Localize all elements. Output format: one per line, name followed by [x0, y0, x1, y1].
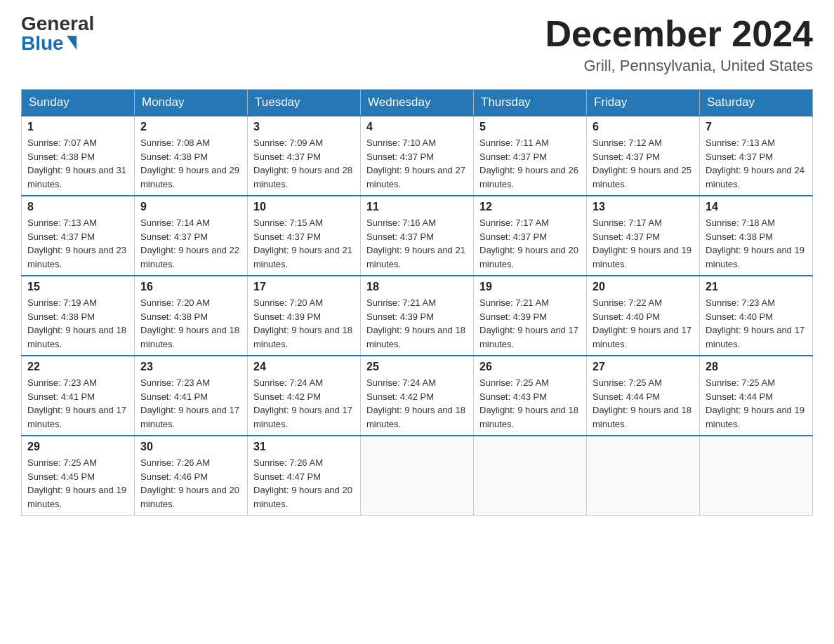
day-number: 25 [366, 361, 468, 373]
table-row: 14 Sunrise: 7:18 AM Sunset: 4:38 PM Dayl… [700, 196, 813, 276]
day-info: Sunrise: 7:16 AM Sunset: 4:37 PM Dayligh… [366, 216, 468, 271]
day-info: Sunrise: 7:13 AM Sunset: 4:37 PM Dayligh… [27, 216, 128, 271]
day-number: 8 [27, 201, 128, 213]
col-saturday: Saturday [700, 90, 813, 116]
day-number: 23 [140, 361, 241, 373]
col-monday: Monday [135, 90, 248, 116]
calendar-table: Sunday Monday Tuesday Wednesday Thursday… [21, 89, 813, 516]
col-sunday: Sunday [22, 90, 135, 116]
table-row: 18 Sunrise: 7:21 AM Sunset: 4:39 PM Dayl… [361, 276, 474, 356]
day-info: Sunrise: 7:07 AM Sunset: 4:38 PM Dayligh… [27, 136, 128, 191]
day-info: Sunrise: 7:23 AM Sunset: 4:41 PM Dayligh… [27, 376, 128, 431]
logo: General Blue [21, 14, 94, 53]
day-info: Sunrise: 7:24 AM Sunset: 4:42 PM Dayligh… [253, 376, 355, 431]
day-info: Sunrise: 7:19 AM Sunset: 4:38 PM Dayligh… [27, 296, 128, 351]
day-number: 2 [140, 121, 241, 133]
table-row: 24 Sunrise: 7:24 AM Sunset: 4:42 PM Dayl… [248, 356, 361, 436]
day-info: Sunrise: 7:25 AM Sunset: 4:44 PM Dayligh… [706, 376, 807, 431]
calendar-week-2: 8 Sunrise: 7:13 AM Sunset: 4:37 PM Dayli… [22, 196, 813, 276]
table-row: 9 Sunrise: 7:14 AM Sunset: 4:37 PM Dayli… [135, 196, 248, 276]
day-number: 28 [706, 361, 807, 373]
table-row: 22 Sunrise: 7:23 AM Sunset: 4:41 PM Dayl… [22, 356, 135, 436]
day-info: Sunrise: 7:09 AM Sunset: 4:37 PM Dayligh… [253, 136, 355, 191]
table-row: 7 Sunrise: 7:13 AM Sunset: 4:37 PM Dayli… [700, 116, 813, 196]
day-number: 22 [27, 361, 128, 373]
day-number: 24 [253, 361, 355, 373]
day-info: Sunrise: 7:15 AM Sunset: 4:37 PM Dayligh… [253, 216, 355, 271]
month-title: December 2024 [545, 14, 813, 54]
col-tuesday: Tuesday [248, 90, 361, 116]
day-number: 13 [593, 201, 694, 213]
day-number: 7 [706, 121, 807, 133]
table-row: 26 Sunrise: 7:25 AM Sunset: 4:43 PM Dayl… [474, 356, 587, 436]
table-row: 16 Sunrise: 7:20 AM Sunset: 4:38 PM Dayl… [135, 276, 248, 356]
table-row: 6 Sunrise: 7:12 AM Sunset: 4:37 PM Dayli… [587, 116, 700, 196]
table-row: 13 Sunrise: 7:17 AM Sunset: 4:37 PM Dayl… [587, 196, 700, 276]
logo-general-text: General [21, 14, 94, 34]
day-info: Sunrise: 7:20 AM Sunset: 4:39 PM Dayligh… [253, 296, 355, 351]
day-number: 29 [27, 441, 128, 453]
day-number: 12 [479, 201, 581, 213]
table-row: 15 Sunrise: 7:19 AM Sunset: 4:38 PM Dayl… [22, 276, 135, 356]
calendar-week-5: 29 Sunrise: 7:25 AM Sunset: 4:45 PM Dayl… [22, 436, 813, 516]
day-info: Sunrise: 7:17 AM Sunset: 4:37 PM Dayligh… [593, 216, 694, 271]
table-row [587, 436, 700, 516]
day-number: 14 [706, 201, 807, 213]
table-row: 10 Sunrise: 7:15 AM Sunset: 4:37 PM Dayl… [248, 196, 361, 276]
table-row: 1 Sunrise: 7:07 AM Sunset: 4:38 PM Dayli… [22, 116, 135, 196]
calendar-week-4: 22 Sunrise: 7:23 AM Sunset: 4:41 PM Dayl… [22, 356, 813, 436]
calendar-header-row: Sunday Monday Tuesday Wednesday Thursday… [22, 90, 813, 116]
day-number: 20 [593, 281, 694, 293]
table-row: 3 Sunrise: 7:09 AM Sunset: 4:37 PM Dayli… [248, 116, 361, 196]
day-number: 3 [253, 121, 355, 133]
day-number: 1 [27, 121, 128, 133]
day-number: 11 [366, 201, 468, 213]
day-info: Sunrise: 7:25 AM Sunset: 4:45 PM Dayligh… [27, 456, 128, 511]
day-info: Sunrise: 7:14 AM Sunset: 4:37 PM Dayligh… [140, 216, 241, 271]
day-number: 15 [27, 281, 128, 293]
table-row: 5 Sunrise: 7:11 AM Sunset: 4:37 PM Dayli… [474, 116, 587, 196]
day-number: 21 [706, 281, 807, 293]
day-info: Sunrise: 7:26 AM Sunset: 4:46 PM Dayligh… [140, 456, 241, 511]
day-info: Sunrise: 7:12 AM Sunset: 4:37 PM Dayligh… [593, 136, 694, 191]
location-title: Grill, Pennsylvania, United States [545, 57, 813, 75]
day-info: Sunrise: 7:25 AM Sunset: 4:44 PM Dayligh… [593, 376, 694, 431]
table-row: 2 Sunrise: 7:08 AM Sunset: 4:38 PM Dayli… [135, 116, 248, 196]
day-number: 26 [479, 361, 581, 373]
calendar-week-3: 15 Sunrise: 7:19 AM Sunset: 4:38 PM Dayl… [22, 276, 813, 356]
day-info: Sunrise: 7:08 AM Sunset: 4:38 PM Dayligh… [140, 136, 241, 191]
day-info: Sunrise: 7:22 AM Sunset: 4:40 PM Dayligh… [593, 296, 694, 351]
table-row [361, 436, 474, 516]
table-row: 28 Sunrise: 7:25 AM Sunset: 4:44 PM Dayl… [700, 356, 813, 436]
day-info: Sunrise: 7:25 AM Sunset: 4:43 PM Dayligh… [479, 376, 581, 431]
col-wednesday: Wednesday [361, 90, 474, 116]
table-row: 30 Sunrise: 7:26 AM Sunset: 4:46 PM Dayl… [135, 436, 248, 516]
table-row: 8 Sunrise: 7:13 AM Sunset: 4:37 PM Dayli… [22, 196, 135, 276]
table-row: 19 Sunrise: 7:21 AM Sunset: 4:39 PM Dayl… [474, 276, 587, 356]
day-info: Sunrise: 7:26 AM Sunset: 4:47 PM Dayligh… [253, 456, 355, 511]
table-row: 11 Sunrise: 7:16 AM Sunset: 4:37 PM Dayl… [361, 196, 474, 276]
day-info: Sunrise: 7:20 AM Sunset: 4:38 PM Dayligh… [140, 296, 241, 351]
day-number: 19 [479, 281, 581, 293]
day-number: 6 [593, 121, 694, 133]
table-row [700, 436, 813, 516]
day-info: Sunrise: 7:11 AM Sunset: 4:37 PM Dayligh… [479, 136, 581, 191]
table-row: 4 Sunrise: 7:10 AM Sunset: 4:37 PM Dayli… [361, 116, 474, 196]
day-info: Sunrise: 7:17 AM Sunset: 4:37 PM Dayligh… [479, 216, 581, 271]
day-number: 10 [253, 201, 355, 213]
day-info: Sunrise: 7:24 AM Sunset: 4:42 PM Dayligh… [366, 376, 468, 431]
table-row: 27 Sunrise: 7:25 AM Sunset: 4:44 PM Dayl… [587, 356, 700, 436]
table-row: 12 Sunrise: 7:17 AM Sunset: 4:37 PM Dayl… [474, 196, 587, 276]
day-info: Sunrise: 7:23 AM Sunset: 4:40 PM Dayligh… [706, 296, 807, 351]
table-row: 17 Sunrise: 7:20 AM Sunset: 4:39 PM Dayl… [248, 276, 361, 356]
col-thursday: Thursday [474, 90, 587, 116]
day-number: 18 [366, 281, 468, 293]
day-info: Sunrise: 7:18 AM Sunset: 4:38 PM Dayligh… [706, 216, 807, 271]
table-row: 29 Sunrise: 7:25 AM Sunset: 4:45 PM Dayl… [22, 436, 135, 516]
col-friday: Friday [587, 90, 700, 116]
day-number: 30 [140, 441, 241, 453]
logo-blue-text: Blue [21, 34, 64, 53]
table-row: 31 Sunrise: 7:26 AM Sunset: 4:47 PM Dayl… [248, 436, 361, 516]
day-number: 5 [479, 121, 581, 133]
day-info: Sunrise: 7:21 AM Sunset: 4:39 PM Dayligh… [366, 296, 468, 351]
